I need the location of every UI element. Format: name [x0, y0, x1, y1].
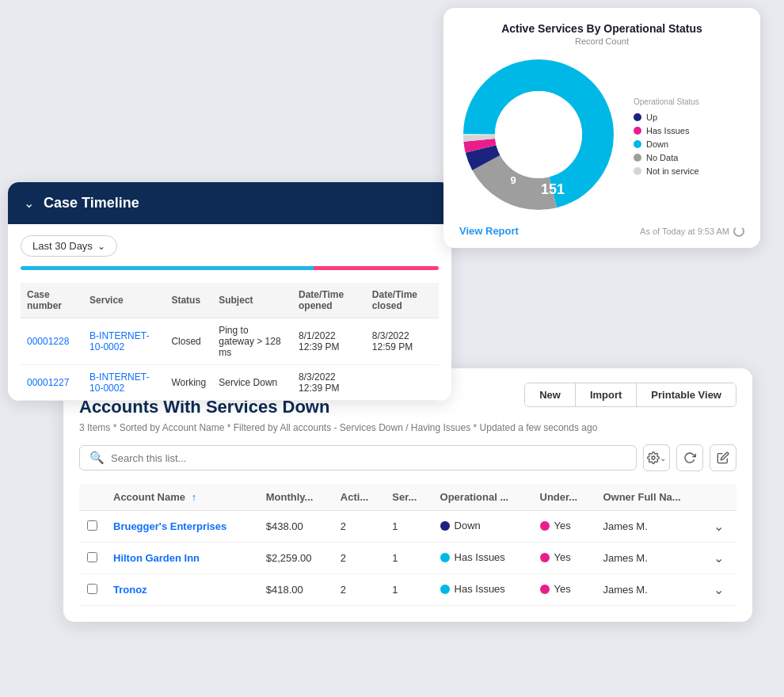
account-name-cell[interactable]: Tronoz	[105, 574, 258, 606]
accounts-table: Account Name ↑ Monthly... Acti... Ser...…	[79, 484, 736, 606]
row-expand-button[interactable]: ⌄	[714, 519, 724, 534]
operational-status-label: Has Issues	[455, 551, 505, 563]
legend-label-not-in-service: Not in service	[646, 166, 699, 176]
case-number-cell[interactable]: 00001227	[21, 365, 83, 401]
row-checkbox-cell[interactable]	[79, 574, 105, 606]
case-timeline-title: Case Timeline	[44, 195, 139, 211]
row-chevron-cell: ⌄	[706, 511, 736, 543]
chevron-icon[interactable]: ⌄	[24, 196, 34, 211]
operational-status-dot	[440, 585, 450, 594]
account-name-cell[interactable]: Hilton Garden Inn	[105, 543, 258, 574]
filter-button[interactable]: Last 30 Days ⌄	[21, 235, 117, 257]
legend-label-up: Up	[646, 112, 657, 122]
import-button[interactable]: Import	[576, 383, 637, 406]
under-cell: Yes	[532, 574, 596, 606]
case-status-cell: Working	[165, 365, 212, 401]
under-label: Yes	[554, 551, 571, 563]
case-number-cell[interactable]: 00001228	[21, 318, 83, 365]
edit-button[interactable]	[710, 444, 736, 471]
col-status: Status	[165, 283, 212, 318]
accounts-action-buttons: New Import Printable View	[524, 383, 736, 407]
case-table-row: 00001228 B-INTERNET-10-0002 Closed Ping …	[21, 318, 439, 365]
row-chevron-cell: ⌄	[706, 543, 736, 574]
timeline-bar	[21, 266, 439, 270]
donut-subtitle: Record Count	[459, 36, 744, 46]
monthly-cell: $438.00	[258, 511, 333, 543]
operational-status-dot	[440, 553, 450, 562]
col-case-number: Case number	[21, 283, 83, 318]
donut-chart: 45 9 151	[459, 55, 618, 217]
case-subject-cell: Service Down	[212, 365, 292, 401]
operational-status-cell: Has Issues	[432, 543, 532, 574]
accounts-meta: 3 Items * Sorted by Account Name * Filte…	[79, 422, 736, 433]
under-dot	[540, 585, 550, 594]
sort-arrow-icon: ↑	[192, 491, 197, 503]
row-checkbox[interactable]	[87, 520, 97, 531]
col-operational: Operational ...	[432, 484, 532, 511]
under-label: Yes	[554, 520, 571, 531]
owner-cell: James M.	[595, 543, 706, 574]
legend-label-no-data: No Data	[646, 153, 678, 162]
refresh-icon[interactable]	[733, 226, 744, 237]
case-date-closed-cell	[366, 365, 439, 401]
row-checkbox-cell[interactable]	[79, 543, 105, 574]
row-expand-button[interactable]: ⌄	[714, 550, 724, 566]
owner-cell: James M.	[595, 511, 706, 543]
col-subject: Subject	[212, 283, 292, 318]
under-dot	[540, 521, 550, 531]
operational-status-cell: Down	[432, 511, 532, 543]
operational-status-dot	[440, 521, 450, 531]
case-timeline-header: ⌄ Case Timeline	[8, 182, 451, 224]
col-checkbox	[79, 484, 105, 511]
row-expand-button[interactable]: ⌄	[714, 582, 724, 597]
ser-cell: 1	[384, 574, 432, 606]
accounts-table-header-row: Account Name ↑ Monthly... Acti... Ser...…	[79, 484, 736, 511]
case-table-row: 00001227 B-INTERNET-10-0002 Working Serv…	[21, 365, 439, 401]
under-cell: Yes	[532, 543, 596, 574]
col-date-closed: Date/Time closed	[366, 283, 439, 318]
as-of-text: As of Today at 9:53 AM	[640, 226, 744, 237]
operational-status-label: Has Issues	[455, 583, 505, 595]
acti-cell: 2	[333, 574, 384, 606]
search-toolbar: 🔍 ⌄	[79, 444, 736, 471]
legend-label-down: Down	[646, 139, 668, 149]
printable-view-button[interactable]: Printable View	[637, 383, 736, 406]
legend-dot-up	[634, 113, 641, 121]
accounts-card: Accounts Accounts With Services Down New…	[63, 368, 752, 622]
case-service-cell[interactable]: B-INTERNET-10-0002	[83, 318, 165, 365]
operational-status-label: Down	[455, 520, 481, 531]
case-subject-cell: Ping to gateway > 128 ms	[212, 318, 292, 365]
case-status-cell: Closed	[165, 318, 212, 365]
case-timeline-body: Last 30 Days ⌄ Case number Service Statu…	[8, 224, 451, 401]
svg-point-9	[652, 456, 655, 459]
accounts-table-row: Bruegger's Enterprises $438.00 2 1 Down …	[79, 511, 736, 543]
legend-no-data: No Data	[634, 153, 699, 162]
refresh-button[interactable]	[676, 444, 703, 471]
donut-footer: View Report As of Today at 9:53 AM	[459, 225, 744, 237]
under-dot	[540, 553, 550, 562]
legend-dot-no-data	[634, 154, 641, 162]
case-date-opened-cell: 8/1/2022 12:39 PM	[292, 318, 366, 365]
case-table-header-row: Case number Service Status Subject Date/…	[21, 283, 439, 318]
row-checkbox-cell[interactable]	[79, 511, 105, 543]
col-account-name[interactable]: Account Name ↑	[105, 484, 258, 511]
legend-label-has-issues: Has Issues	[646, 126, 689, 135]
under-cell: Yes	[532, 511, 596, 543]
col-owner: Owner Full Na...	[595, 484, 706, 511]
search-input[interactable]	[111, 452, 626, 464]
col-actions	[706, 484, 736, 511]
case-service-cell[interactable]: B-INTERNET-10-0002	[83, 365, 165, 401]
account-name-cell[interactable]: Bruegger's Enterprises	[105, 511, 258, 543]
svg-text:151: 151	[541, 181, 565, 197]
col-date-opened: Date/Time opened	[292, 283, 366, 318]
case-date-closed-cell: 8/3/2022 12:59 PM	[366, 318, 439, 365]
view-report-link[interactable]: View Report	[459, 225, 519, 237]
col-monthly: Monthly...	[258, 484, 333, 511]
donut-legend: Operational Status Up Has Issues Down No…	[634, 97, 699, 176]
settings-icon-button[interactable]: ⌄	[643, 444, 670, 471]
col-under: Under...	[532, 484, 596, 511]
row-checkbox[interactable]	[87, 584, 97, 594]
row-checkbox[interactable]	[87, 552, 97, 562]
col-ser: Ser...	[384, 484, 432, 511]
new-button[interactable]: New	[525, 383, 576, 406]
